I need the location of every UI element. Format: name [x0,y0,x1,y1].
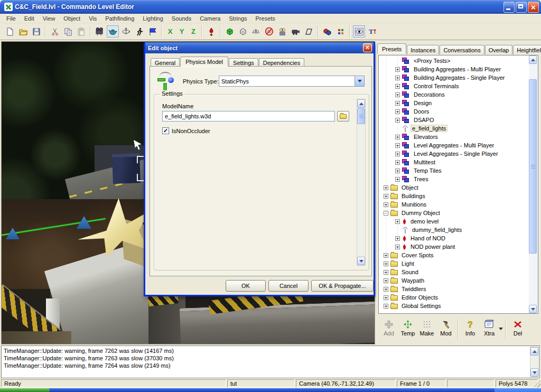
tree-expander[interactable]: + [395,152,400,156]
tree-item[interactable]: +Building Aggregates - Multi Player [379,65,529,73]
tree-expander[interactable]: + [395,92,400,97]
tab-instances[interactable]: Instances [407,45,439,54]
tree-expander[interactable]: + [395,101,400,106]
tree-expander[interactable]: + [395,118,400,123]
tree-item[interactable]: +Control Terminals [379,82,529,90]
tree-item[interactable]: +Global Settings [379,302,529,310]
save-button[interactable] [30,25,42,38]
physics-type-dropdown[interactable]: StaticPhys [219,76,365,87]
cancel-button[interactable]: Cancel [268,280,309,292]
tree-scrollbar[interactable] [529,55,538,313]
tree-expander[interactable]: + [384,278,388,283]
text-tool-button[interactable]: T [366,25,378,38]
show-eye-button[interactable] [250,25,262,38]
new-button[interactable] [4,25,16,38]
log-output[interactable]: TimeManager::Update: warning, frame 7262… [1,346,540,378]
tab-heightfield[interactable]: Heightfield [513,45,541,54]
tree-item[interactable]: +Design [379,99,529,107]
tree-expander[interactable]: + [395,135,400,139]
tree-expander[interactable]: + [395,177,400,182]
tree-item[interactable]: dummy_field_lights [379,226,529,234]
tree-item[interactable]: +Level Aggregates - Single Player [379,150,529,158]
add-button[interactable]: Add [379,318,398,341]
tree-expander[interactable]: + [395,76,400,80]
modelname-input[interactable] [162,111,335,122]
tree-item[interactable]: -Dummy Object [379,209,529,217]
tree-item[interactable]: +Waypath [379,276,529,285]
tree-expander[interactable]: + [384,262,388,266]
tree-item[interactable]: +Sound [379,268,529,276]
isnonoccluder-row[interactable]: ✓ IsNonOccluder [162,127,210,134]
make-button[interactable]: Make [417,318,436,341]
mod-button[interactable]: Mod [436,318,455,341]
dialog-title-bar[interactable]: Edit object × [145,42,374,53]
scroll-up-button[interactable] [357,99,365,108]
maximize-button[interactable] [516,2,527,13]
colored-cubes-button[interactable] [321,25,333,38]
tree-item[interactable]: +Light [379,259,529,268]
menu-camera[interactable]: Camera [195,15,225,22]
tree-expander[interactable]: + [384,202,388,207]
tab-physics-model[interactable]: Physics Model [180,57,228,67]
menu-strings[interactable]: Strings [225,15,251,22]
preset-tree[interactable]: <Proxy Tests>+Building Aggregates - Mult… [378,55,538,314]
tab-overlap[interactable]: Overlap [485,45,513,54]
title-bar[interactable]: C&C_Field.lvl - Commando Level Editor [0,0,541,14]
close-button[interactable] [528,2,539,13]
tree-expander[interactable]: + [384,194,388,199]
tree-item[interactable]: e_field_lights [379,124,529,133]
scroll-down-button[interactable] [357,257,365,265]
snap-points-button[interactable] [334,25,347,38]
menu-object[interactable]: Object [59,15,85,22]
scroll-up-button[interactable] [530,347,538,356]
dropdown-button[interactable] [355,76,364,86]
vis-layers-button[interactable] [276,25,288,38]
vis-sector-button[interactable] [303,25,315,38]
menu-lighting[interactable]: Lighting [138,15,167,22]
scroll-down-button[interactable] [529,305,537,313]
scroll-up-button[interactable] [529,55,537,64]
wireframe-view-button[interactable] [237,25,249,38]
info-button[interactable]: ? Info [461,318,480,341]
scroll-thumb[interactable] [357,108,365,124]
browse-button[interactable] [337,111,349,122]
axis-y-button[interactable]: Y [176,25,187,38]
copy-button[interactable] [62,25,74,38]
rotate-axis-button[interactable] [120,25,132,38]
tree-item[interactable]: +Level Aggregates - Multi Player [379,141,529,150]
hide-eye-button[interactable] [263,25,275,38]
tree-item[interactable]: +Decorations [379,90,529,99]
tree-item[interactable]: +Doors [379,107,529,116]
tree-item[interactable]: +Editor Objects [379,293,529,302]
axis-z-button[interactable]: Z [188,25,199,38]
character-button[interactable] [133,25,145,38]
tree-expander[interactable]: + [384,304,388,309]
open-button[interactable] [17,25,29,38]
scroll-thumb[interactable] [529,79,537,254]
tree-expander[interactable]: + [395,67,400,72]
solid-view-button[interactable] [223,25,236,38]
waypoint-flag-button[interactable] [146,25,158,38]
movie-camera-button[interactable] [94,25,106,38]
render-mode-button[interactable] [107,25,119,38]
tree-item[interactable]: +DSAPO [379,116,529,124]
tree-item[interactable]: +demo level [379,217,529,226]
tree-item[interactable]: +Hand of NOD [379,234,529,242]
tree-expander[interactable]: + [395,219,400,224]
scroll-down-button[interactable] [530,368,538,377]
tree-expander[interactable]: + [384,295,388,300]
start-button-edge[interactable] [0,388,50,392]
tree-item[interactable]: +Building Aggregates - Single Player [379,73,529,82]
temp-button[interactable]: Temp [398,318,417,341]
menu-pathfinding[interactable]: Pathfinding [101,15,138,22]
menu-vis[interactable]: Vis [85,15,101,22]
drop-to-ground-button[interactable] [205,25,217,38]
tree-item[interactable]: +Munitions [379,200,529,209]
windows-taskbar[interactable] [0,388,541,392]
menu-view[interactable]: View [39,15,60,22]
tree-item[interactable]: +NOD power plant [379,242,529,251]
tree-item[interactable]: +Object [379,183,529,192]
tab-presets[interactable]: Presets [377,43,406,54]
tree-expander[interactable]: + [395,84,400,89]
visibility-window-button[interactable] [353,25,365,38]
